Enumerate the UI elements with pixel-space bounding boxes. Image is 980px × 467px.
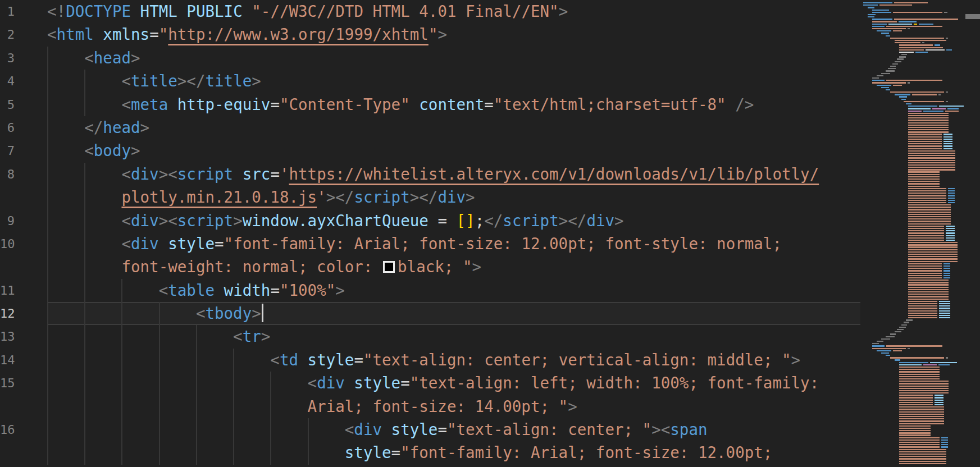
line-number[interactable]: 13 — [0, 325, 47, 348]
line-number[interactable]: 10 — [0, 232, 47, 255]
code-area[interactable]: <!DOCTYPE HTML PUBLIC "-//W3C//DTD HTML … — [47, 0, 860, 465]
code-line-text: <tr> — [47, 325, 860, 348]
code-row[interactable]: plotly.min.21.0.18.js'></script></div> — [47, 186, 860, 209]
line-number[interactable]: 16 — [0, 418, 47, 441]
line-number[interactable]: 2 — [0, 23, 47, 46]
code-row[interactable]: </head> — [47, 116, 860, 139]
url-link[interactable]: http://www.w3.org/1999/xhtml — [168, 25, 429, 43]
line-number[interactable] — [0, 441, 47, 464]
syntax-token: table — [168, 281, 215, 299]
syntax-token: span — [670, 420, 707, 438]
line-number[interactable]: 9 — [0, 209, 47, 232]
syntax-token: "text/html;charset=utf-8" — [494, 95, 726, 113]
code-line-text: <meta http-equiv="Content-Type" content=… — [47, 93, 860, 116]
syntax-token: < — [121, 72, 131, 90]
code-line-text: </head> — [47, 116, 860, 139]
color-swatch[interactable] — [383, 261, 395, 273]
line-number[interactable]: 5 — [0, 93, 47, 116]
syntax-token: > — [437, 25, 447, 43]
line-number[interactable]: 11 — [0, 279, 47, 302]
syntax-token: title — [205, 72, 252, 90]
syntax-token: > — [177, 72, 187, 90]
syntax-token: </ — [84, 118, 103, 136]
syntax-token: </ — [335, 188, 354, 206]
line-number[interactable] — [0, 186, 47, 209]
code-row[interactable]: <div style="text-align: left; width: 100… — [47, 372, 860, 395]
code-row[interactable]: <!DOCTYPE HTML PUBLIC "-//W3C//DTD HTML … — [47, 0, 860, 23]
syntax-token — [345, 374, 354, 392]
line-number[interactable]: 12 — [0, 302, 47, 325]
syntax-token: window.ayxChartQueue — [243, 212, 429, 230]
scrollbar-thumb[interactable] — [965, 14, 980, 19]
code-line-text: <title></title> — [47, 70, 860, 93]
syntax-token: > — [335, 281, 345, 299]
syntax-token: style — [354, 374, 400, 392]
line-number[interactable]: 7 — [0, 139, 47, 162]
syntax-token: < — [270, 351, 280, 369]
code-row[interactable]: <title></title> — [47, 70, 860, 93]
syntax-token: < — [661, 420, 671, 438]
code-row[interactable]: style="font-family: Arial; font-size: 12… — [47, 441, 860, 464]
code-editor: 12345678 910 1112131415 16 <!DOCTYPE HTM… — [0, 0, 980, 467]
syntax-token: < — [84, 49, 94, 67]
line-number[interactable]: 1 — [0, 0, 47, 23]
editor-screenshot: { "editor": { "background": "#212121", "… — [0, 0, 980, 467]
syntax-token — [168, 95, 177, 113]
syntax-token: > — [651, 420, 661, 438]
line-number[interactable]: 8 — [0, 163, 47, 186]
code-row[interactable]: font-weight: normal; color: black; "> — [47, 255, 860, 278]
syntax-token: " — [429, 25, 438, 43]
line-number[interactable]: 15 — [0, 372, 47, 395]
syntax-token: div — [131, 165, 159, 183]
syntax-token: "Content-Type" — [280, 95, 410, 113]
syntax-token: content — [419, 95, 484, 113]
line-number[interactable]: 6 — [0, 116, 47, 139]
syntax-token: < — [196, 304, 206, 322]
syntax-token: = — [215, 235, 224, 253]
syntax-token: > — [559, 2, 568, 20]
code-row[interactable]: <table width="100%"> — [47, 279, 860, 302]
syntax-token: > — [261, 327, 271, 345]
code-row[interactable]: <div><script>window.ayxChartQueue = [];<… — [47, 209, 860, 232]
syntax-token: div — [354, 420, 382, 438]
code-row[interactable]: <div style="font-family: Arial; font-siz… — [47, 232, 860, 255]
code-row-current[interactable]: <tbody> — [47, 302, 860, 325]
code-row[interactable]: <meta http-equiv="Content-Type" content=… — [47, 93, 860, 116]
code-row[interactable]: <body> — [47, 139, 860, 162]
code-row[interactable]: Arial; font-size: 14.00pt; "> — [47, 395, 860, 418]
code-row[interactable]: <head> — [47, 47, 860, 70]
scrollbar[interactable] — [965, 0, 980, 467]
syntax-token: < — [121, 165, 131, 183]
url-link[interactable]: https://whitelist.alteryx.com/v1/downloa… — [289, 165, 819, 183]
code-row[interactable]: <td style="text-align: center; vertical-… — [47, 349, 860, 372]
syntax-token: ' — [280, 165, 289, 183]
line-number[interactable] — [0, 395, 47, 418]
code-row[interactable]: <div style="text-align: center; "><span — [47, 418, 860, 441]
minimap[interactable] — [863, 2, 965, 465]
line-number[interactable]: 14 — [0, 349, 47, 372]
code-line-text: <div style="text-align: left; width: 100… — [47, 372, 860, 395]
line-number[interactable]: 3 — [0, 47, 47, 70]
syntax-token: = — [270, 95, 280, 113]
syntax-token: black; " — [398, 258, 472, 276]
url-link[interactable]: plotly.min.21.0.18.js — [121, 188, 317, 206]
syntax-token: < — [84, 141, 94, 159]
syntax-token: http-equiv — [177, 95, 271, 113]
syntax-token: div — [586, 212, 614, 230]
gutter[interactable]: 12345678 910 1112131415 16 — [0, 0, 47, 465]
syntax-token: </ — [186, 72, 205, 90]
code-row[interactable]: <tr> — [47, 325, 860, 348]
code-line-text: <body> — [47, 139, 860, 162]
syntax-token: "font-family: Arial; font-size: 12.00pt; — [400, 443, 772, 461]
syntax-token: > — [410, 188, 420, 206]
line-number[interactable] — [0, 255, 47, 278]
code-row[interactable]: <html xmlns="http://www.w3.org/1999/xhtm… — [47, 23, 860, 46]
line-number[interactable]: 4 — [0, 70, 47, 93]
syntax-token: div — [131, 212, 159, 230]
syntax-token: = — [270, 281, 280, 299]
code-line-text: plotly.min.21.0.18.js'></script></div> — [47, 186, 860, 209]
syntax-token: > — [559, 212, 568, 230]
syntax-token: > — [791, 351, 801, 369]
syntax-token: tr — [243, 327, 261, 345]
code-row[interactable]: <div><script src='https://whitelist.alte… — [47, 163, 860, 186]
